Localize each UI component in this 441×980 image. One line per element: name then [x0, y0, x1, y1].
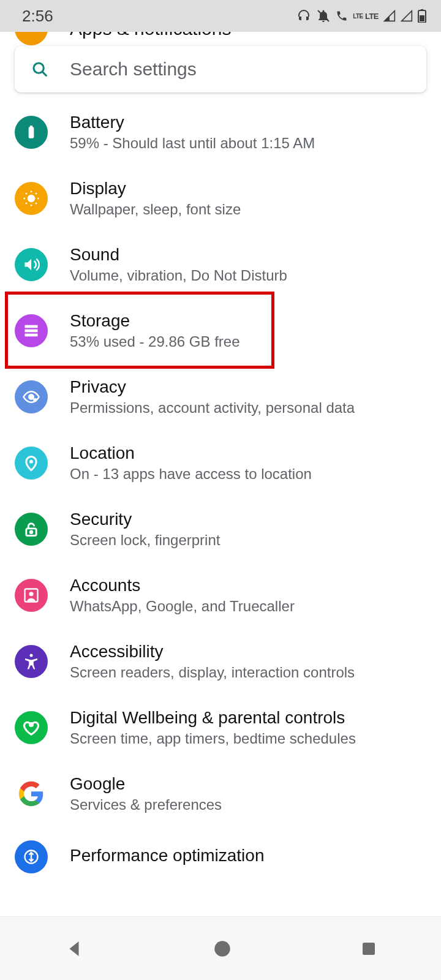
volte-call-icon [336, 10, 348, 22]
row-subtitle: Volume, vibration, Do Not Disturb [70, 267, 287, 284]
dnd-off-icon [316, 9, 331, 23]
settings-row-storage[interactable]: Storage53% used - 29.86 GB free [0, 298, 441, 364]
row-subtitle: 59% - Should last until about 1:15 AM [70, 135, 315, 152]
row-title: Location [70, 443, 312, 463]
nav-back-button[interactable] [63, 938, 85, 960]
settings-row-security[interactable]: SecurityScreen lock, fingerprint [0, 496, 441, 562]
location-icon [15, 447, 48, 480]
row-subtitle: Screen readers, display, interaction con… [70, 664, 355, 681]
row-title: Display [70, 179, 241, 198]
row-subtitle: 53% used - 29.86 GB free [70, 333, 240, 350]
sound-icon [15, 248, 48, 281]
signal-icon-2 [401, 10, 413, 22]
svg-point-14 [29, 460, 33, 464]
nav-recent-button[interactable] [360, 940, 378, 958]
battery-icon [15, 116, 48, 149]
performance-icon [15, 840, 48, 873]
row-subtitle: Screen time, app timers, bedtime schedul… [70, 730, 356, 747]
settings-row-accessibility[interactable]: AccessibilityScreen readers, display, in… [0, 628, 441, 695]
signal-icon-1 [383, 10, 396, 22]
navigation-bar [0, 916, 441, 980]
svg-rect-7 [30, 126, 32, 127]
row-title: Sound [70, 245, 287, 265]
settings-row-location[interactable]: LocationOn - 13 apps have access to loca… [0, 430, 441, 496]
row-subtitle: Permissions, account activity, personal … [70, 399, 355, 417]
privacy-icon [15, 380, 48, 413]
svg-rect-11 [25, 334, 38, 337]
svg-point-19 [30, 654, 33, 657]
row-title: Battery [70, 113, 315, 132]
status-bar: 2:56 LTE LTE [0, 0, 441, 32]
accessibility-icon [15, 645, 48, 678]
security-icon [15, 513, 48, 546]
row-title: Google [70, 774, 222, 794]
svg-point-16 [30, 531, 32, 533]
svg-rect-23 [363, 943, 375, 955]
svg-rect-3 [420, 15, 424, 21]
svg-rect-10 [25, 330, 38, 333]
settings-row-privacy[interactable]: PrivacyPermissions, account activity, pe… [0, 364, 441, 430]
settings-row-wellbeing[interactable]: Digital Wellbeing & parental controlsScr… [0, 695, 441, 761]
svg-rect-9 [25, 325, 38, 328]
battery-status-icon [418, 9, 426, 23]
row-title: Digital Wellbeing & parental controls [70, 708, 356, 728]
row-title: Privacy [70, 377, 355, 397]
settings-row-battery[interactable]: Battery59% - Should last until about 1:1… [0, 99, 441, 165]
settings-list[interactable]: Battery59% - Should last until about 1:1… [0, 99, 441, 916]
row-title: Security [70, 510, 220, 529]
display-icon [15, 182, 48, 215]
status-time: 2:56 [22, 7, 53, 26]
nav-home-button[interactable] [212, 938, 233, 959]
svg-point-13 [33, 398, 37, 402]
search-settings[interactable]: Search settings [15, 46, 426, 92]
row-title: Accessibility [70, 642, 355, 662]
search-placeholder: Search settings [70, 59, 197, 80]
row-subtitle: On - 13 apps have access to location [70, 466, 312, 483]
status-icons-right: LTE LTE [296, 9, 426, 23]
svg-point-18 [29, 592, 34, 596]
settings-row-performance[interactable]: Performance optimization [0, 827, 441, 887]
row-subtitle: Services & preferences [70, 796, 222, 813]
headset-icon [296, 9, 311, 23]
svg-rect-6 [29, 127, 34, 138]
search-icon [31, 60, 49, 78]
storage-icon [15, 314, 48, 347]
lte-label: LTE LTE [353, 12, 379, 21]
wellbeing-icon [15, 711, 48, 744]
row-subtitle: Wallpaper, sleep, font size [70, 201, 241, 218]
row-title: Performance optimization [70, 846, 264, 865]
settings-row-display[interactable]: DisplayWallpaper, sleep, font size [0, 165, 441, 232]
settings-content[interactable]: Apps & notifications Search settings Bat… [0, 32, 441, 916]
row-subtitle: Screen lock, fingerprint [70, 532, 220, 549]
svg-line-5 [42, 72, 47, 76]
google-icon [15, 777, 48, 810]
row-subtitle: WhatsApp, Google, and Truecaller [70, 598, 295, 615]
row-title: Apps & notifications [70, 32, 231, 39]
apps-icon [15, 32, 48, 45]
svg-point-12 [29, 394, 34, 399]
svg-point-22 [214, 941, 230, 957]
settings-row-google[interactable]: GoogleServices & preferences [0, 761, 441, 827]
row-title: Accounts [70, 576, 295, 595]
row-title: Storage [70, 311, 240, 331]
settings-row-accounts[interactable]: AccountsWhatsApp, Google, and Truecaller [0, 562, 441, 628]
svg-rect-2 [421, 9, 423, 11]
accounts-icon [15, 579, 48, 612]
svg-point-8 [28, 195, 34, 202]
svg-point-4 [34, 63, 43, 73]
settings-row-sound[interactable]: SoundVolume, vibration, Do Not Disturb [0, 232, 441, 298]
